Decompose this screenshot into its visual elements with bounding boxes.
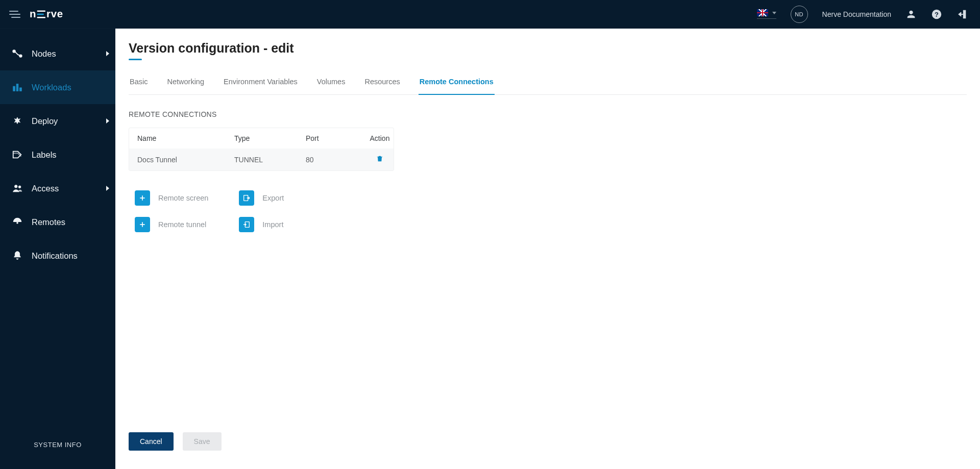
svg-rect-10 [13,86,15,91]
svg-point-15 [16,222,18,224]
sidebar-item-label: Deploy [32,116,58,126]
svg-point-13 [15,185,18,188]
action-label: Remote tunnel [158,220,206,229]
col-type: Type [234,134,306,142]
action-label: Remote screen [158,194,208,202]
sidebar-item-label: Remotes [32,217,65,227]
notifications-icon [11,250,23,261]
section-label: REMOTE CONNECTIONS [129,110,967,118]
chevron-right-icon [106,186,109,191]
cancel-button[interactable]: Cancel [129,432,174,451]
col-port: Port [306,134,357,142]
chevron-down-icon [772,12,776,14]
export-icon [239,190,254,206]
sidebar-item-labels[interactable]: Labels [0,138,115,171]
svg-point-14 [18,186,21,188]
tab-resources[interactable]: Resources [363,78,401,94]
plus-icon [135,217,150,232]
topbar: n rve ND Nerve Documentation ? [0,0,980,29]
export-button[interactable]: Export [239,190,284,206]
uk-flag-icon [757,9,768,16]
tab-volumes[interactable]: Volumes [316,78,347,94]
sidebar-item-workloads[interactable]: Workloads [0,70,115,104]
remote-connections-table: Name Type Port Action Docs Tunnel TUNNEL… [129,128,394,171]
action-label: Export [262,194,284,202]
col-action: Action [357,134,403,142]
sidebar-item-label: Labels [32,150,57,160]
main-content: Version configuration - edit Basic Netwo… [115,29,980,469]
sidebar-item-remotes[interactable]: Remotes [0,205,115,239]
page-title: Version configuration - edit [129,41,967,56]
table-header-row: Name Type Port Action [129,128,394,149]
add-remote-screen-button[interactable]: Remote screen [135,190,208,206]
labels-icon [11,149,23,160]
avatar[interactable]: ND [791,6,808,23]
svg-text:n: n [30,8,36,19]
tab-remote-connections[interactable]: Remote Connections [419,78,495,95]
col-name: Name [137,134,234,142]
chevron-right-icon [106,51,109,56]
profile-icon[interactable] [905,9,917,20]
svg-rect-11 [16,84,18,91]
svg-text:?: ? [935,10,939,18]
sidebar-item-label: Nodes [32,49,56,59]
logout-icon[interactable] [957,9,968,20]
import-button[interactable]: Import [239,217,284,232]
system-info-link[interactable]: SYSTEM INFO [0,428,115,469]
sidebar-item-notifications[interactable]: Notifications [0,239,115,273]
user-label: Nerve Documentation [822,10,891,18]
cell-port: 80 [306,156,357,164]
tabs: Basic Networking Environment Variables V… [129,78,967,95]
add-remote-tunnel-button[interactable]: Remote tunnel [135,217,208,232]
action-buttons: Remote screen Remote tunnel Export [135,190,967,232]
sidebar-item-access[interactable]: Access [0,171,115,205]
sidebar: Nodes Workloads Deploy Labels [0,29,115,469]
chevron-right-icon [106,118,109,124]
footer-buttons: Cancel Save [129,432,967,451]
workloads-icon [11,82,23,93]
menu-toggle[interactable] [9,11,20,18]
save-button[interactable]: Save [183,432,222,451]
language-selector[interactable] [757,9,776,19]
sidebar-item-label: Access [32,184,59,193]
plus-icon [135,190,150,206]
avatar-initials: ND [795,11,803,17]
remotes-icon [11,216,23,228]
sidebar-item-nodes[interactable]: Nodes [0,37,115,70]
logo[interactable]: n rve [30,7,86,21]
svg-point-9 [19,55,22,57]
help-icon[interactable]: ? [931,9,942,20]
import-icon [239,217,254,232]
action-label: Import [262,220,283,229]
nodes-icon [11,48,23,59]
svg-rect-12 [20,88,22,91]
deploy-icon [11,115,23,127]
cell-type: TUNNEL [234,156,306,164]
sidebar-item-deploy[interactable]: Deploy [0,104,115,138]
tab-env-vars[interactable]: Environment Variables [223,78,299,94]
title-underline [129,59,142,60]
table-row[interactable]: Docs Tunnel TUNNEL 80 [129,149,394,170]
sidebar-item-label: Workloads [32,83,71,92]
delete-icon[interactable] [376,155,384,164]
svg-text:rve: rve [46,8,63,19]
access-icon [11,183,23,194]
tab-basic[interactable]: Basic [129,78,149,94]
cell-name: Docs Tunnel [137,156,234,164]
tab-networking[interactable]: Networking [166,78,205,94]
sidebar-item-label: Notifications [32,251,78,261]
